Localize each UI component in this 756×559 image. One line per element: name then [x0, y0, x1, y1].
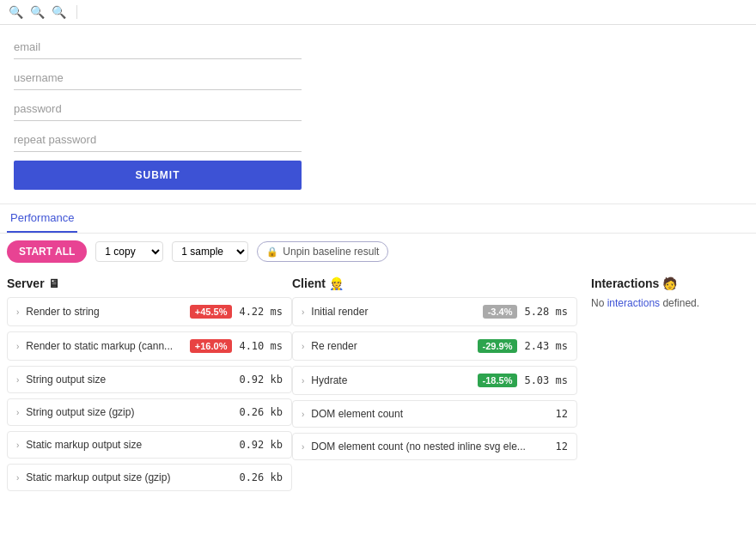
bench-value: 0.92 kb	[239, 439, 283, 451]
form-area: SUBMIT	[0, 25, 756, 204]
chevron-right-icon: ›	[16, 441, 19, 450]
chevron-right-icon: ›	[16, 375, 19, 385]
server-column: Server 🖥 ›Render to string+45.5%4.22 ms›…	[7, 276, 292, 496]
table-row[interactable]: ›Render to static markup (cann...+16.0%4…	[7, 331, 292, 361]
chevron-right-icon: ›	[16, 342, 19, 351]
bench-name: String output size	[26, 374, 232, 386]
performance-badge: +16.0%	[190, 339, 233, 353]
table-row[interactable]: ›Initial render-3.4%5.28 ms	[292, 297, 577, 326]
server-title: Server 🖥	[7, 276, 292, 290]
client-column: Client 👷 ›Initial render-3.4%5.28 ms›Re …	[292, 276, 577, 496]
bench-value: 4.22 ms	[239, 306, 283, 318]
chevron-right-icon: ›	[302, 376, 304, 386]
table-row[interactable]: ›Static markup output size (gzip)0.26 kb	[7, 464, 292, 491]
chevron-right-icon: ›	[302, 342, 304, 351]
bench-name: Static markup output size (gzip)	[26, 471, 232, 483]
start-all-button[interactable]: START ALL	[7, 240, 87, 263]
bench-value: 0.92 kb	[239, 374, 283, 386]
performance-badge: +45.5%	[190, 305, 233, 319]
toolbar-divider	[76, 5, 77, 19]
bench-value: 5.03 ms	[524, 374, 568, 386]
bench-name: Render to static markup (cann...	[26, 340, 182, 352]
bench-name: String output size (gzip)	[26, 406, 232, 418]
bench-value: 4.10 ms	[239, 340, 283, 352]
chevron-right-icon: ›	[302, 442, 304, 452]
bench-value: 0.26 kb	[239, 471, 283, 483]
table-row[interactable]: ›DOM element count (no nested inline svg…	[292, 433, 577, 460]
chevron-right-icon: ›	[16, 307, 19, 317]
submit-button[interactable]: SUBMIT	[14, 161, 302, 190]
main-content: Server 🖥 ›Render to string+45.5%4.22 ms›…	[0, 270, 756, 496]
performance-badge: -29.9%	[478, 339, 518, 353]
repeat-password-field[interactable]	[14, 128, 302, 152]
interactions-column: Interactions 🧑 No interactions defined.	[577, 276, 749, 496]
interactions-link[interactable]: interactions	[607, 297, 660, 309]
zoom-out-icon[interactable]: 🔍	[30, 5, 45, 19]
bench-name: Static markup output size	[26, 439, 232, 451]
sample-select[interactable]: 1 sample 5 samples	[172, 241, 248, 262]
server-rows: ›Render to string+45.5%4.22 ms›Render to…	[7, 297, 292, 491]
chevron-right-icon: ›	[16, 473, 19, 483]
bench-value: 12	[556, 441, 568, 453]
client-rows: ›Initial render-3.4%5.28 ms›Re render-29…	[292, 297, 577, 460]
bench-name: Hydrate	[311, 374, 470, 386]
chevron-right-icon: ›	[16, 408, 19, 417]
password-field[interactable]	[14, 97, 302, 121]
bench-value: 0.26 kb	[239, 406, 283, 418]
username-field[interactable]	[14, 66, 302, 90]
table-row[interactable]: ›DOM element count12	[292, 400, 577, 428]
unpin-label: Unpin baseline result	[283, 246, 379, 258]
copy-select-wrapper: 1 copy 2 copies	[95, 241, 163, 262]
unpin-baseline-button[interactable]: 🔒 Unpin baseline result	[257, 241, 388, 262]
bench-name: DOM element count	[311, 408, 548, 420]
table-row[interactable]: ›Hydrate-18.5%5.03 ms	[292, 366, 577, 395]
chevron-right-icon: ›	[302, 410, 304, 419]
bench-name: Initial render	[311, 306, 475, 318]
email-field[interactable]	[14, 35, 302, 59]
performance-tabs: Performance	[0, 204, 756, 234]
bench-value: 2.43 ms	[524, 340, 568, 352]
performance-badge: -18.5%	[478, 374, 518, 387]
chevron-right-icon: ›	[302, 307, 304, 317]
client-emoji: 👷	[329, 276, 344, 290]
sample-select-wrapper: 1 sample 5 samples	[172, 241, 248, 262]
copy-select[interactable]: 1 copy 2 copies	[95, 241, 163, 262]
bench-name: Re render	[311, 340, 470, 352]
lock-icon: 🔒	[266, 246, 278, 258]
bench-name: DOM element count (no nested inline svg …	[311, 441, 548, 453]
toolbar: 🔍 🔍 🔍	[0, 0, 756, 25]
bench-value: 12	[556, 408, 568, 420]
table-row[interactable]: ›Re render-29.9%2.43 ms	[292, 331, 577, 361]
bench-value: 5.28 ms	[524, 306, 568, 318]
performance-tab[interactable]: Performance	[7, 204, 77, 233]
table-row[interactable]: ›Static markup output size0.92 kb	[7, 431, 292, 459]
no-interactions-text: No interactions defined.	[591, 297, 749, 309]
interactions-title: Interactions 🧑	[591, 276, 749, 290]
table-row[interactable]: ›String output size (gzip)0.26 kb	[7, 398, 292, 426]
table-row[interactable]: ›Render to string+45.5%4.22 ms	[7, 297, 292, 326]
bench-name: Render to string	[26, 306, 182, 318]
server-emoji: 🖥	[48, 276, 60, 290]
table-row[interactable]: ›String output size0.92 kb	[7, 366, 292, 393]
performance-badge: -3.4%	[483, 305, 518, 319]
zoom-in-icon[interactable]: 🔍	[9, 5, 23, 19]
zoom-reset-icon[interactable]: 🔍	[52, 5, 66, 19]
controls-row: START ALL 1 copy 2 copies 1 sample 5 sam…	[0, 234, 756, 270]
client-title: Client 👷	[292, 276, 577, 290]
interactions-emoji: 🧑	[662, 276, 677, 290]
